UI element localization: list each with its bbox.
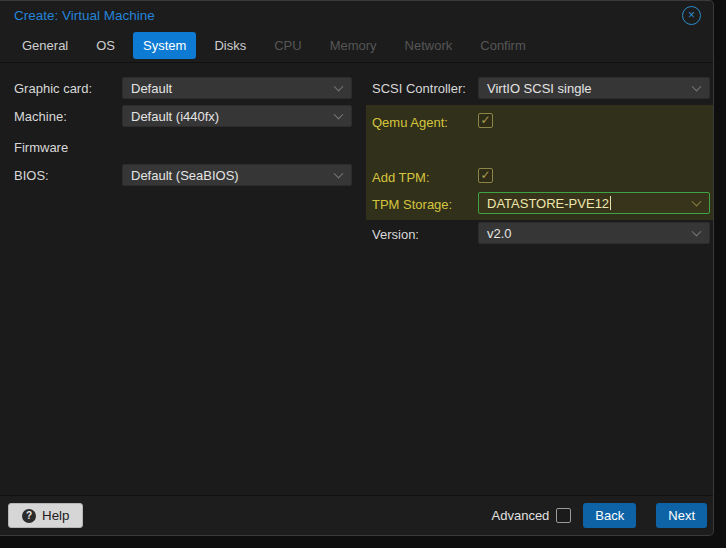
- back-button[interactable]: Back: [583, 503, 636, 528]
- footer-actions: Advanced Back Next: [492, 503, 707, 528]
- tpm-storage-label: TPM Storage:: [372, 197, 452, 212]
- tpm-storage-value: DATASTORE-PVE12: [487, 196, 609, 211]
- scsi-controller-value: VirtIO SCSI single: [487, 81, 592, 96]
- screen: Create: Virtual Machine × General OS Sys…: [0, 0, 726, 548]
- bios-select[interactable]: Default (SeaBIOS): [122, 164, 352, 186]
- text-cursor: [610, 196, 611, 210]
- chevron-down-icon: [334, 169, 344, 179]
- tpm-version-label: Version:: [372, 227, 419, 242]
- qemu-agent-checkbox[interactable]: ✓: [478, 113, 493, 128]
- tab-general[interactable]: General: [12, 32, 78, 59]
- help-icon: ?: [22, 509, 36, 523]
- tab-memory: Memory: [320, 32, 387, 59]
- tpm-storage-combobox[interactable]: DATASTORE-PVE12: [478, 192, 710, 214]
- machine-label: Machine:: [14, 109, 67, 124]
- firmware-heading: Firmware: [14, 140, 68, 155]
- tpm-version-value: v2.0: [487, 226, 512, 241]
- machine-value: Default (i440fx): [131, 109, 219, 124]
- tpm-version-select[interactable]: v2.0: [478, 222, 710, 244]
- tab-confirm: Confirm: [470, 32, 536, 59]
- dialog-title: Create: Virtual Machine: [14, 8, 155, 23]
- dialog-titlebar: Create: Virtual Machine ×: [0, 1, 713, 29]
- help-button-label: Help: [42, 508, 69, 523]
- scsi-controller-label: SCSI Controller:: [372, 81, 466, 96]
- bios-value: Default (SeaBIOS): [131, 168, 239, 183]
- graphic-card-label: Graphic card:: [14, 81, 92, 96]
- machine-select[interactable]: Default (i440fx): [122, 105, 352, 127]
- help-button[interactable]: ? Help: [8, 503, 83, 528]
- tab-cpu: CPU: [264, 32, 311, 59]
- scsi-controller-select[interactable]: VirtIO SCSI single: [478, 77, 710, 99]
- advanced-checkbox[interactable]: [556, 508, 571, 523]
- tab-network: Network: [395, 32, 463, 59]
- tab-disks[interactable]: Disks: [204, 32, 256, 59]
- add-tpm-label: Add TPM:: [372, 170, 430, 185]
- bios-label: BIOS:: [14, 168, 49, 183]
- close-icon[interactable]: ×: [682, 6, 701, 25]
- form-body: Graphic card: Default Machine: Default (…: [0, 63, 713, 495]
- create-vm-dialog: Create: Virtual Machine × General OS Sys…: [0, 0, 714, 536]
- qemu-agent-label: Qemu Agent:: [372, 115, 448, 130]
- advanced-label: Advanced: [492, 508, 550, 523]
- chevron-down-icon: [334, 82, 344, 92]
- chevron-down-icon: [692, 227, 702, 237]
- chevron-down-icon: [334, 110, 344, 120]
- wizard-tabbar: General OS System Disks CPU Memory Netwo…: [0, 29, 713, 63]
- chevron-down-icon: [692, 82, 702, 92]
- next-button[interactable]: Next: [656, 503, 707, 528]
- check-icon: ✓: [480, 168, 490, 182]
- add-tpm-checkbox[interactable]: ✓: [478, 168, 493, 183]
- graphic-card-select[interactable]: Default: [122, 77, 352, 99]
- dialog-footer: ? Help Advanced Back Next: [0, 495, 713, 535]
- tab-os[interactable]: OS: [86, 32, 125, 59]
- tab-system[interactable]: System: [133, 32, 196, 59]
- check-icon: ✓: [480, 113, 490, 127]
- chevron-down-icon: [692, 197, 702, 207]
- graphic-card-value: Default: [131, 81, 172, 96]
